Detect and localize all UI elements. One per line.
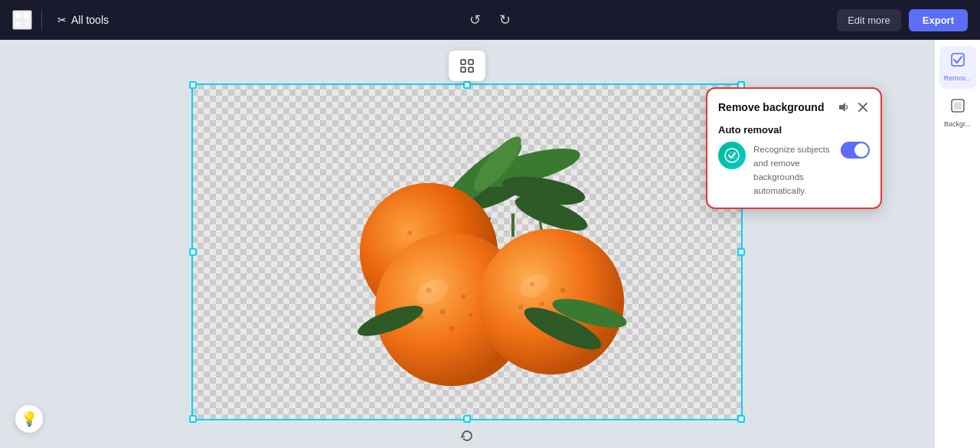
handle-bottom-left[interactable] xyxy=(189,415,197,423)
panel-tool-remove-label: Remov... xyxy=(944,74,971,83)
handle-bottom-center[interactable] xyxy=(463,415,471,423)
export-button[interactable]: Export xyxy=(909,9,968,31)
popup-header: Remove background xyxy=(718,100,870,115)
popup-close-button[interactable] xyxy=(856,100,870,114)
auto-removal-section: Auto removal Recognize subjects and remo… xyxy=(718,124,870,197)
top-bar: ✂ All tools ↺ ↻ Edit more Export xyxy=(0,0,980,40)
canvas-area: 💡 Remove background xyxy=(0,40,934,448)
svg-point-43 xyxy=(518,305,523,309)
oranges-image xyxy=(191,83,743,420)
svg-point-30 xyxy=(440,309,446,314)
lightbulb-icon: 💡 xyxy=(21,410,38,427)
logo-button[interactable] xyxy=(12,10,32,30)
handle-bottom-right[interactable] xyxy=(737,415,745,423)
panel-tool-remove[interactable]: Remov... xyxy=(939,46,976,89)
svg-point-39 xyxy=(560,287,566,293)
main-area: 💡 Remove background xyxy=(0,40,980,448)
svg-rect-0 xyxy=(15,13,21,18)
center-controls: ↺ ↻ xyxy=(466,8,514,31)
auto-removal-toggle[interactable] xyxy=(841,142,870,159)
right-controls: Edit more Export xyxy=(837,9,968,31)
image-container[interactable] xyxy=(191,83,743,420)
auto-removal-text: Recognize subjects and remove background… xyxy=(753,142,833,197)
svg-rect-2 xyxy=(15,21,21,27)
all-tools-button[interactable]: ✂ All tools xyxy=(51,11,115,29)
auto-removal-row: Recognize subjects and remove background… xyxy=(718,142,870,197)
lightbulb-button[interactable]: 💡 xyxy=(15,405,43,433)
undo-button[interactable]: ↺ xyxy=(466,8,484,31)
remove-bg-panel-icon xyxy=(950,52,965,71)
popup-sound-button[interactable] xyxy=(836,100,851,115)
popup-header-icons xyxy=(836,100,870,115)
auto-removal-description: Recognize subjects and remove background… xyxy=(753,145,830,195)
popup-title: Remove background xyxy=(718,101,824,113)
auto-removal-icon xyxy=(718,142,746,169)
svg-point-40 xyxy=(540,302,544,306)
svg-rect-7 xyxy=(469,67,473,72)
handle-middle-right[interactable] xyxy=(737,248,745,256)
svg-point-29 xyxy=(461,294,466,299)
scissors-icon: ✂ xyxy=(57,14,67,26)
svg-rect-55 xyxy=(954,102,962,110)
handle-top-left[interactable] xyxy=(189,81,197,89)
svg-rect-3 xyxy=(24,21,29,27)
topbar-divider xyxy=(41,11,42,29)
rotate-handle[interactable] xyxy=(459,428,475,443)
svg-point-37 xyxy=(479,229,624,374)
svg-rect-5 xyxy=(469,60,473,64)
transform-icon-button[interactable] xyxy=(456,55,478,77)
panel-tool-background-label: Backgr... xyxy=(944,120,971,129)
svg-point-51 xyxy=(725,149,739,162)
all-tools-label: All tools xyxy=(71,14,109,26)
svg-point-32 xyxy=(449,325,455,331)
background-panel-icon xyxy=(950,98,965,117)
handle-middle-left[interactable] xyxy=(189,248,197,256)
svg-rect-6 xyxy=(461,67,466,72)
svg-rect-48 xyxy=(839,105,842,110)
svg-rect-4 xyxy=(461,60,466,64)
svg-point-31 xyxy=(469,312,473,316)
transform-toolbar xyxy=(449,51,485,81)
panel-tool-background[interactable]: Backgr... xyxy=(939,92,976,135)
handle-top-center[interactable] xyxy=(463,81,471,89)
svg-rect-1 xyxy=(24,13,29,18)
svg-point-19 xyxy=(407,231,412,235)
remove-background-popup: Remove background xyxy=(706,87,882,209)
redo-button[interactable]: ↻ xyxy=(496,8,514,31)
edit-more-button[interactable]: Edit more xyxy=(837,9,901,31)
bottom-left-area: 💡 xyxy=(15,405,43,433)
right-panel: Remov... Backgr... xyxy=(934,40,980,448)
auto-removal-title: Auto removal xyxy=(718,124,870,136)
